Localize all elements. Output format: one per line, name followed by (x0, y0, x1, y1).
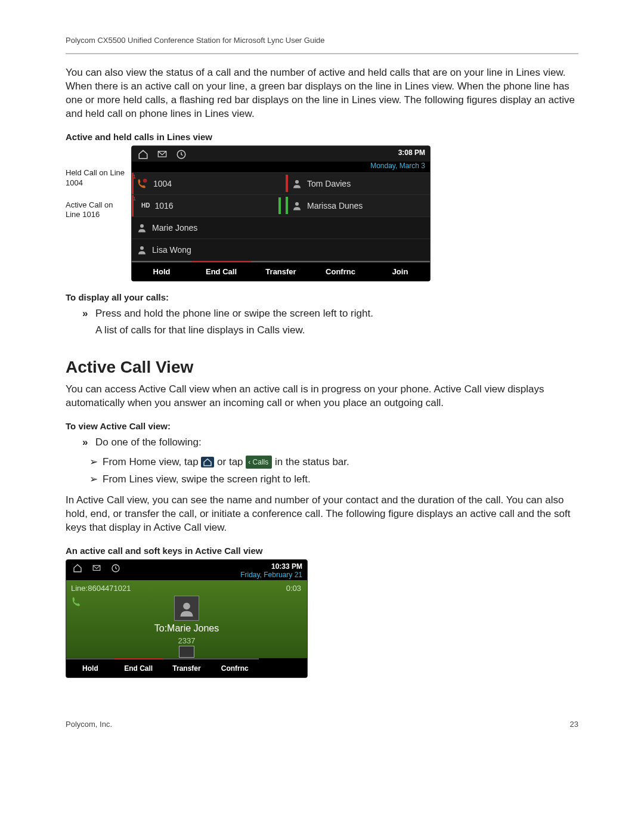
envelope-icon[interactable] (90, 562, 103, 574)
count-badge: 1 (133, 196, 136, 202)
page-footer: Polycom, Inc. 23 (66, 720, 578, 729)
home-icon[interactable] (137, 148, 150, 160)
status-bar: 10:33 PM Friday, February 21 (66, 560, 307, 580)
softkey-confrnc[interactable]: Confrnc (210, 658, 259, 677)
view-para-2: In Active Call view, you can see the nam… (66, 494, 578, 535)
caller-name: Marissa Dunes (307, 201, 363, 210)
status-date: Friday, February 21 (240, 571, 302, 579)
person-icon (137, 244, 147, 255)
hd-icon: HD (141, 202, 150, 209)
keypad-icon[interactable] (179, 646, 194, 658)
figure1-wrapper: Held Call on Line 1004 Active Call on Li… (66, 145, 578, 281)
handset-icon (71, 596, 83, 610)
section-title: Active Call View (66, 358, 578, 377)
phone-screenshot-lines-view: 3:08 PM Monday, March 3 1 1004 1 HD (131, 145, 431, 281)
softkey-bar: Hold End Call Transfer Confrnc (66, 658, 307, 677)
text-span: in the status bar. (275, 456, 349, 467)
call-number: 2337 (66, 636, 307, 645)
contact-row[interactable]: Lisa Wong (132, 239, 281, 261)
empty-row (281, 216, 430, 239)
line-row-1016[interactable]: 1 HD 1016 (132, 194, 281, 216)
display-calls-sub: A list of calls for that line displays i… (66, 324, 578, 336)
clock-icon[interactable] (109, 562, 122, 574)
svg-point-4 (140, 246, 144, 250)
status-date: Monday, March 3 (132, 162, 430, 172)
svg-point-3 (140, 224, 144, 228)
status-time: 3:08 PM (398, 148, 425, 157)
display-calls-heading: To display all your calls: (66, 292, 578, 302)
caller-row[interactable]: Marissa Dunes (281, 194, 430, 216)
callout-active: Active Call on Line 1016 (66, 200, 125, 221)
handset-held-icon (137, 178, 148, 190)
caller-name: Tom Davies (307, 179, 351, 188)
calls-inline-button: ‹ Calls (246, 456, 272, 469)
envelope-icon[interactable] (156, 148, 169, 160)
count-badge: 1 (133, 174, 136, 179)
empty-row (281, 239, 430, 261)
softkey-transfer[interactable]: Transfer (251, 261, 311, 281)
line-label: 1016 (154, 201, 173, 210)
call-duration: 0:03 (286, 584, 301, 593)
phone-screenshot-active-call: 10:33 PM Friday, February 21 Line:860447… (66, 559, 308, 678)
caller-row[interactable]: Tom Davies (281, 172, 430, 194)
green-tick (286, 197, 288, 214)
softkey-hold[interactable]: Hold (132, 261, 191, 281)
softkey-transfer[interactable]: Transfer (163, 658, 211, 677)
svg-point-5 (295, 180, 299, 184)
red-tick (286, 175, 288, 192)
footer-page-number: 23 (570, 720, 578, 729)
section-para: You can access Active Call view when an … (66, 383, 578, 410)
line-label: 1004 (153, 179, 172, 188)
doc-header: Polycom CX5500 Unified Conference Statio… (66, 36, 578, 45)
svg-point-9 (183, 603, 190, 610)
softkey-empty (259, 658, 307, 677)
view-heading: To view Active Call view: (66, 421, 578, 431)
home-inline-icon (201, 457, 214, 467)
person-icon (292, 178, 302, 189)
call-to-text: To:Marie Jones (66, 623, 307, 634)
footer-left: Polycom, Inc. (66, 720, 112, 729)
person-icon (137, 222, 147, 233)
status-time: 10:33 PM (240, 562, 302, 571)
intro-paragraph: You can also view the status of a call a… (66, 66, 578, 121)
softkey-end-call[interactable]: End Call (114, 658, 163, 677)
figure2-caption: An active call and soft keys in Active C… (66, 546, 578, 556)
view-arrow-2: From Lines view, swipe the screen right … (89, 471, 578, 488)
contact-name: Lisa Wong (152, 245, 191, 255)
softkey-end-call[interactable]: End Call (191, 261, 251, 281)
line-row-1004[interactable]: 1 1004 (132, 172, 281, 194)
contact-row[interactable]: Marie Jones (132, 216, 281, 239)
person-icon (292, 200, 302, 211)
contact-name: Marie Jones (152, 223, 197, 233)
figure1-caption: Active and held calls in Lines view (66, 132, 578, 142)
figure1-callouts: Held Call on Line 1004 Active Call on Li… (66, 145, 125, 281)
view-bullet: Do one of the following: (82, 435, 578, 450)
svg-point-2 (143, 178, 147, 182)
line-number: Line:8604471021 (71, 584, 131, 593)
softkey-bar: Hold End Call Transfer Confrnc Join (132, 261, 430, 281)
softkey-hold[interactable]: Hold (66, 658, 114, 677)
softkey-join[interactable]: Join (370, 261, 430, 281)
home-icon[interactable] (71, 562, 84, 574)
header-rule (66, 53, 578, 54)
text-span: or tap (217, 456, 246, 467)
view-arrow-1: From Home view, tap or tap ‹ Calls in th… (89, 454, 578, 471)
svg-point-6 (295, 202, 299, 206)
status-bar: 3:08 PM (132, 146, 430, 162)
avatar (174, 596, 199, 621)
active-call-panel: Line:8604471021 0:03 To:Marie Jones 2337 (66, 580, 307, 658)
clock-icon[interactable] (175, 148, 188, 160)
text-span: From Home view, tap (103, 456, 199, 467)
softkey-confrnc[interactable]: Confrnc (311, 261, 370, 281)
callout-held: Held Call on Line 1004 (66, 168, 125, 188)
display-calls-bullet: Press and hold the phone line or swipe t… (82, 306, 578, 321)
